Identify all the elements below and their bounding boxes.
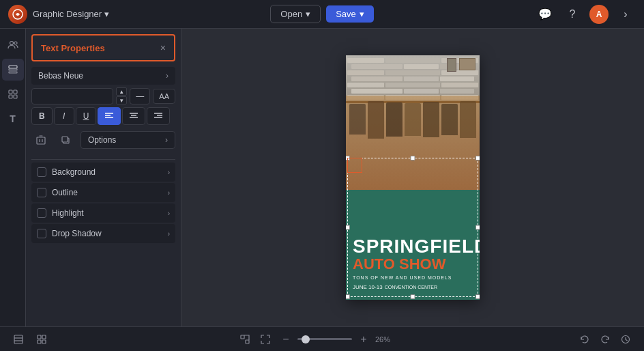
fit-view-button[interactable]	[236, 331, 254, 348]
italic-button[interactable]: I	[54, 107, 74, 125]
app-name[interactable]: Graphic Designer ▾	[33, 9, 109, 19]
size-row: ▲ ▼ — AA	[31, 87, 175, 104]
layers-view-button[interactable]	[10, 331, 27, 348]
bottombar-left	[10, 331, 50, 348]
topbar-center: Open ▾ Save ▾	[270, 5, 373, 23]
text-icon-button[interactable]: T	[2, 108, 24, 130]
open-button[interactable]: Open ▾	[270, 5, 321, 23]
align-left-button[interactable]	[98, 107, 121, 125]
svg-point-1	[10, 42, 13, 45]
options-row: Options ›	[31, 128, 175, 152]
outline-chevron-icon: ›	[168, 189, 170, 197]
elements-icon-button[interactable]	[2, 83, 24, 105]
icon-bar: T	[0, 29, 26, 326]
grid-view-button[interactable]	[33, 331, 50, 348]
svg-rect-30	[42, 340, 46, 343]
font-selector[interactable]: Bebas Neue ›	[31, 67, 175, 85]
svg-rect-23	[62, 137, 68, 142]
svg-rect-24	[14, 335, 23, 343]
options-dropdown[interactable]: Options ›	[80, 131, 175, 149]
font-size-input[interactable]	[31, 88, 113, 104]
zoom-label: 26%	[375, 335, 390, 343]
svg-rect-19	[37, 137, 45, 144]
panel-title: Text Properties	[41, 43, 105, 53]
topbar-right: 💬 ? A ›	[535, 4, 636, 25]
drop-shadow-label: Drop Shadow	[52, 229, 102, 238]
highlight-effect-row[interactable]: Highlight ›	[31, 203, 175, 223]
svg-rect-27	[38, 335, 41, 339]
bottombar-right	[576, 331, 634, 348]
background-chevron-icon: ›	[168, 169, 170, 176]
bottombar-center: − + 26%	[236, 331, 390, 348]
delete-text-button[interactable]	[31, 130, 50, 150]
background-checkbox[interactable]	[37, 167, 46, 177]
align-center-button[interactable]	[122, 107, 145, 125]
zoom-out-button[interactable]: −	[277, 331, 295, 348]
main-area: T Text Properties × Bebas Neue › ▲ ▼ — A…	[0, 29, 644, 326]
svg-rect-8	[9, 95, 12, 98]
comment-icon-button[interactable]: 💬	[535, 4, 555, 25]
size-increment-button[interactable]: ▲	[116, 87, 127, 96]
size-stepper: ▲ ▼	[116, 87, 127, 104]
svg-rect-9	[14, 95, 17, 98]
svg-rect-5	[9, 72, 17, 73]
redo-button[interactable]	[596, 331, 614, 348]
svg-rect-28	[42, 335, 46, 339]
zoom-in-button[interactable]: +	[355, 331, 372, 348]
avatar[interactable]: A	[589, 5, 609, 24]
poster-date: JUNE 10-13 CONVENTION CENTER	[353, 282, 473, 290]
bottombar: − + 26%	[0, 326, 644, 351]
format-row: B I U	[31, 107, 175, 125]
topbar: Graphic Designer ▾ Open ▾ Save ▾ 💬 ? A ›	[0, 0, 644, 29]
save-button[interactable]: Save ▾	[326, 5, 374, 23]
highlight-checkbox[interactable]	[37, 208, 46, 218]
handle-mid-right[interactable]	[475, 225, 480, 230]
poster-title: SPRINGFIELD	[353, 237, 473, 256]
svg-rect-31	[241, 335, 244, 339]
svg-rect-7	[14, 90, 17, 94]
background-label: Background	[52, 167, 96, 177]
poster-content: SPRINGFIELD AUTO SHOW TONS OF NEW AND US…	[346, 231, 480, 300]
zoom-slider[interactable]	[297, 338, 352, 340]
poster-image-area	[346, 55, 480, 190]
text-transform-button[interactable]: AA	[153, 89, 175, 104]
canvas-area[interactable]: SPRINGFIELD AUTO SHOW TONS OF NEW AND US…	[181, 29, 644, 326]
svg-rect-4	[9, 69, 17, 70]
layers-icon-button[interactable]	[2, 59, 24, 81]
size-decrement-button[interactable]: ▼	[116, 96, 127, 104]
undo-button[interactable]	[576, 331, 594, 348]
more-options-button[interactable]: ›	[615, 4, 636, 25]
drop-shadow-checkbox[interactable]	[37, 229, 46, 238]
help-icon-button[interactable]: ?	[562, 4, 583, 25]
bold-button[interactable]: B	[31, 107, 53, 125]
panel-divider	[31, 159, 175, 160]
handle-mid-left[interactable]	[346, 225, 350, 230]
panel-header: Text Properties ×	[31, 34, 175, 61]
poster[interactable]: SPRINGFIELD AUTO SHOW TONS OF NEW AND US…	[346, 55, 480, 300]
drop-shadow-chevron-icon: ›	[168, 230, 170, 238]
svg-rect-6	[9, 90, 12, 94]
poster-description: TONS OF NEW AND USED MODELS	[353, 275, 473, 280]
align-right-button[interactable]	[147, 107, 170, 125]
font-name-label: Bebas Neue	[38, 71, 83, 81]
outline-effect-row[interactable]: Outline ›	[31, 183, 175, 202]
highlight-label: Highlight	[52, 208, 84, 218]
font-chevron-icon: ›	[166, 71, 169, 81]
panel-close-button[interactable]: ×	[160, 42, 166, 53]
expand-view-button[interactable]	[257, 331, 274, 348]
svg-rect-29	[38, 340, 41, 343]
options-label: Options	[88, 135, 116, 145]
background-effect-row[interactable]: Background ›	[31, 163, 175, 182]
svg-rect-32	[246, 340, 249, 343]
users-icon-button[interactable]	[2, 34, 24, 56]
history-button[interactable]	[617, 331, 634, 348]
poster-subtitle: AUTO SHOW	[353, 256, 473, 272]
underline-button[interactable]: U	[76, 107, 97, 125]
topbar-left: Graphic Designer ▾	[8, 5, 109, 24]
svg-rect-3	[9, 66, 17, 68]
poster-wrapper: SPRINGFIELD AUTO SHOW TONS OF NEW AND US…	[346, 55, 480, 300]
outline-checkbox[interactable]	[37, 188, 46, 197]
drop-shadow-effect-row[interactable]: Drop Shadow ›	[31, 224, 175, 243]
dash-button[interactable]: —	[130, 88, 150, 104]
copy-text-button[interactable]	[56, 130, 75, 150]
